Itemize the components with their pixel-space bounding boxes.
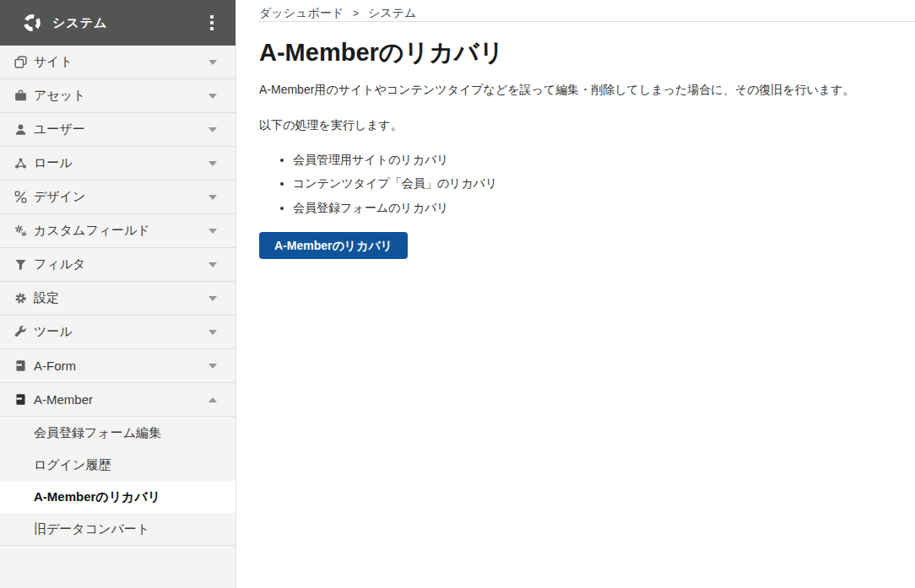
sidebar-item-label: サイト <box>34 54 208 70</box>
task-item: 会員管理用サイトのリカバリ <box>293 152 915 169</box>
task-list-intro: 以下の処理を実行します。 <box>259 116 915 133</box>
breadcrumb-separator: > <box>353 8 359 19</box>
briefcase-icon <box>14 89 27 103</box>
sidebar-item-label: フィルタ <box>34 256 208 272</box>
sidebar-submenu-amember: 会員登録フォーム編集 ログイン履歴 A-Memberのリカバリ 旧データコンバー… <box>0 417 236 546</box>
submenu-item-login-history[interactable]: ログイン履歴 <box>0 449 236 481</box>
chevron-down-icon <box>208 195 217 200</box>
chevron-down-icon <box>208 60 217 65</box>
submenu-item-member-form-edit[interactable]: 会員登録フォーム編集 <box>0 417 236 449</box>
breadcrumb-link-dashboard[interactable]: ダッシュボード <box>259 6 344 21</box>
sidebar-item-label: デザイン <box>34 189 208 205</box>
sidebar-item-aform[interactable]: A-Form <box>0 349 236 383</box>
sidebar-item-label: A-Member <box>34 392 208 407</box>
sidebar-item-amember[interactable]: A-Member <box>0 383 236 417</box>
submenu-item-old-data-convert[interactable]: 旧データコンバート <box>0 513 236 545</box>
submenu-item-label: 旧データコンバート <box>34 521 149 537</box>
chevron-down-icon <box>208 296 217 301</box>
kebab-menu-icon[interactable] <box>205 12 219 34</box>
user-icon <box>14 123 27 137</box>
sidebar-item-label: アセット <box>34 88 208 104</box>
sidebar-item-label: ユーザー <box>34 121 208 138</box>
sidebar-item-label: カスタムフィールド <box>34 223 208 239</box>
main-content: ダッシュボード > システム A-Memberのリカバリ A-Member用のサ… <box>236 0 915 588</box>
network-icon <box>14 157 27 170</box>
a-blog-cms-logo-icon <box>22 13 42 33</box>
sidebar-nav: サイト アセット ユーザー ロール <box>0 46 236 417</box>
chevron-up-icon <box>208 397 217 402</box>
sidebar-header: システム <box>0 0 236 46</box>
submenu-item-label: 会員登録フォーム編集 <box>34 425 161 441</box>
scissors-icon <box>14 191 27 204</box>
sidebar-item-user[interactable]: ユーザー <box>0 113 236 147</box>
sidebar-item-design[interactable]: デザイン <box>0 181 236 214</box>
breadcrumb-divider <box>259 21 915 22</box>
breadcrumb-link-system[interactable]: システム <box>368 6 416 21</box>
chevron-down-icon <box>208 364 217 369</box>
sites-icon <box>14 56 27 69</box>
page-description: A-Member用のサイトやコンテンツタイプなどを誤って編集・削除してしまった場… <box>259 81 915 98</box>
breadcrumb: ダッシュボード > システム <box>259 0 915 16</box>
sidebar-item-label: ロール <box>34 155 208 171</box>
app-title: システム <box>52 15 205 31</box>
sidebar-item-label: ツール <box>34 324 208 340</box>
sidebar-item-tools[interactable]: ツール <box>0 316 236 349</box>
amember-recovery-button[interactable]: A-Memberのリカバリ <box>259 232 408 260</box>
sidebar: システム サイト アセット ユーザー <box>0 0 236 588</box>
submenu-item-label: ログイン履歴 <box>34 457 111 473</box>
sidebar-item-settings[interactable]: 設定 <box>0 282 236 316</box>
sidebar-item-customfield[interactable]: カスタムフィールド <box>0 214 236 248</box>
sidebar-item-site[interactable]: サイト <box>0 46 236 79</box>
gears-icon <box>14 224 27 238</box>
gear-icon <box>14 292 27 305</box>
task-list: 会員管理用サイトのリカバリ コンテンツタイプ「会員」のリカバリ 会員登録フォーム… <box>259 152 915 217</box>
chevron-down-icon <box>208 262 217 267</box>
book-icon <box>14 359 27 373</box>
chevron-down-icon <box>208 94 217 99</box>
page-title: A-Memberのリカバリ <box>259 37 915 67</box>
chevron-down-icon <box>208 330 217 335</box>
chevron-down-icon <box>208 127 217 132</box>
sidebar-item-filter[interactable]: フィルタ <box>0 248 236 282</box>
book-icon <box>14 393 27 407</box>
task-item: コンテンツタイプ「会員」のリカバリ <box>293 175 915 192</box>
sidebar-item-role[interactable]: ロール <box>0 147 236 181</box>
wrench-icon <box>14 326 27 339</box>
submenu-item-label: A-Memberのリカバリ <box>34 489 160 505</box>
app-window: システム サイト アセット ユーザー <box>0 0 915 588</box>
sidebar-item-asset[interactable]: アセット <box>0 79 236 113</box>
chevron-down-icon <box>208 161 217 166</box>
filter-icon <box>14 258 27 272</box>
chevron-down-icon <box>208 229 217 234</box>
submenu-item-amember-recovery[interactable]: A-Memberのリカバリ <box>0 481 236 513</box>
task-item: 会員登録フォームのリカバリ <box>293 200 915 217</box>
sidebar-item-label: A-Form <box>34 359 208 373</box>
sidebar-item-label: 設定 <box>34 290 208 306</box>
